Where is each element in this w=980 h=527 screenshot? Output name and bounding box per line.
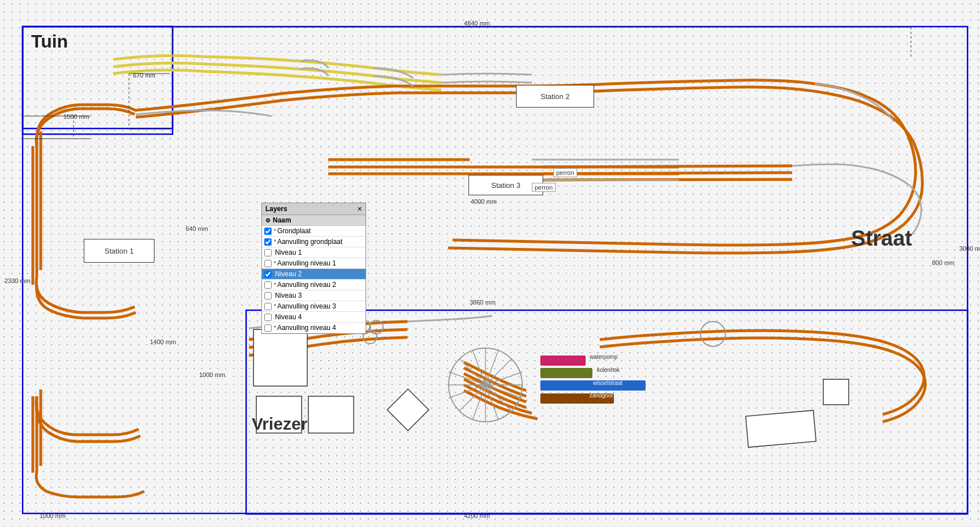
- layer-star-1: *: [274, 239, 276, 245]
- layers-header-naam: Naam: [273, 216, 291, 224]
- layer-label-0: Grondplaat: [277, 227, 311, 235]
- svg-rect-35: [253, 329, 307, 386]
- layer-row-4[interactable]: Niveau 2: [262, 269, 366, 280]
- layer-star-5: *: [274, 282, 276, 288]
- measure-3860mm: 3860 mm: [470, 299, 496, 306]
- layer-checkbox-8[interactable]: [264, 314, 272, 321]
- layers-title-bar: Layers ✕: [262, 203, 366, 215]
- measure-640mm: 640 mm: [186, 225, 208, 232]
- svg-point-28: [700, 322, 725, 346]
- layer-row-1[interactable]: *Aanvulling grondplaat: [262, 237, 366, 247]
- perron-label-2: perron: [532, 183, 556, 192]
- layer-label-1: Aanvulling grondplaat: [277, 238, 342, 246]
- measure-3000mm: 3000 m: [959, 245, 980, 252]
- track-label-wisselstraat: wisselstraat: [593, 380, 622, 386]
- layer-label-5: Aanvulling niveau 2: [277, 281, 336, 289]
- layer-label-6: Niveau 3: [275, 292, 302, 299]
- layer-row-0[interactable]: *Grondplaat: [262, 226, 366, 237]
- track-indicator-olive: [540, 368, 592, 378]
- layers-close-button[interactable]: ✕: [357, 205, 362, 213]
- layer-row-7[interactable]: *Aanvulling niveau 3: [262, 301, 366, 312]
- track-diagram: [0, 0, 980, 527]
- layer-checkbox-6[interactable]: [264, 292, 272, 299]
- layer-checkbox-1[interactable]: [264, 238, 272, 246]
- layer-checkbox-5[interactable]: [264, 281, 272, 289]
- station-2-box: Station 2: [516, 85, 594, 108]
- svg-line-10: [543, 166, 792, 167]
- layer-row-8[interactable]: Niveau 4: [262, 312, 366, 323]
- layer-row-2[interactable]: Niveau 1: [262, 247, 366, 258]
- layer-checkbox-0[interactable]: [264, 228, 272, 235]
- layer-label-2: Niveau 1: [275, 248, 302, 256]
- layer-row-6[interactable]: Niveau 3: [262, 290, 366, 301]
- measure-1000mm-bottom: 1000 mm: [199, 371, 225, 378]
- layer-row-3[interactable]: *Aanvulling niveau 1: [262, 258, 366, 269]
- station-1-box: Station 1: [84, 239, 154, 263]
- measure-2330mm: 2330 mm: [5, 277, 31, 284]
- layer-checkbox-9[interactable]: [264, 324, 272, 332]
- measure-800mm: 800 mm: [932, 259, 955, 266]
- layer-checkbox-2[interactable]: [264, 249, 272, 256]
- layer-star-7: *: [274, 303, 276, 310]
- svg-rect-37: [308, 396, 354, 433]
- layer-star-0: *: [274, 228, 276, 234]
- layers-list: *Grondplaat*Aanvulling grondplaat Niveau…: [262, 226, 366, 333]
- track-label-kolenhok: kolenhok: [597, 367, 620, 373]
- measure-4000mm: 4000 mm: [471, 198, 497, 205]
- measure-4840mm: 4840 mm: [464, 20, 490, 27]
- layer-row-5[interactable]: *Aanvulling niveau 2: [262, 280, 366, 290]
- layers-panel: Layers ✕ ⚙ Naam *Grondplaat*Aanvulling g…: [261, 203, 366, 334]
- measure-1000mm-very-bottom: 1000 mm: [40, 512, 66, 519]
- svg-line-11: [543, 173, 792, 174]
- svg-rect-0: [23, 27, 968, 513]
- vriezer-area-label: Vriezer: [252, 414, 307, 434]
- layer-checkbox-4[interactable]: [264, 271, 272, 278]
- measure-1000mm-top: 1000 mm: [63, 113, 89, 120]
- svg-rect-38: [387, 389, 429, 431]
- straat-area-label: Straat: [851, 226, 912, 251]
- track-label-zandgoot: zandgoot: [590, 392, 613, 399]
- svg-rect-40: [746, 410, 816, 447]
- layer-label-3: Aanvulling niveau 1: [277, 259, 336, 267]
- layer-label-8: Niveau 4: [275, 313, 302, 321]
- track-indicator-pink: [540, 355, 586, 366]
- measure-4200mm: 4200 mm: [464, 512, 490, 519]
- svg-rect-39: [823, 379, 849, 405]
- tuin-area-label: Tuin: [31, 31, 68, 52]
- main-canvas: Tuin Straat Vriezer Station 1 Station 2 …: [0, 0, 980, 527]
- layer-row-9[interactable]: *Aanvulling niveau 4: [262, 323, 366, 333]
- layer-label-4: Niveau 2: [275, 270, 302, 278]
- layers-title: Layers: [265, 205, 287, 213]
- layer-star-3: *: [274, 260, 276, 267]
- layers-header-row: ⚙ Naam: [262, 215, 366, 226]
- layer-label-7: Aanvulling niveau 3: [277, 302, 336, 310]
- layer-label-9: Aanvulling niveau 4: [277, 324, 336, 332]
- layer-checkbox-7[interactable]: [264, 303, 272, 310]
- measure-1400mm: 1400 mm: [150, 339, 176, 345]
- perron-label-1: perron: [553, 168, 577, 177]
- layer-star-9: *: [274, 325, 276, 331]
- measure-670mm: 670 mm: [133, 72, 156, 79]
- track-label-waterpomp: waterpomp: [590, 354, 617, 360]
- layer-checkbox-3[interactable]: [264, 260, 272, 267]
